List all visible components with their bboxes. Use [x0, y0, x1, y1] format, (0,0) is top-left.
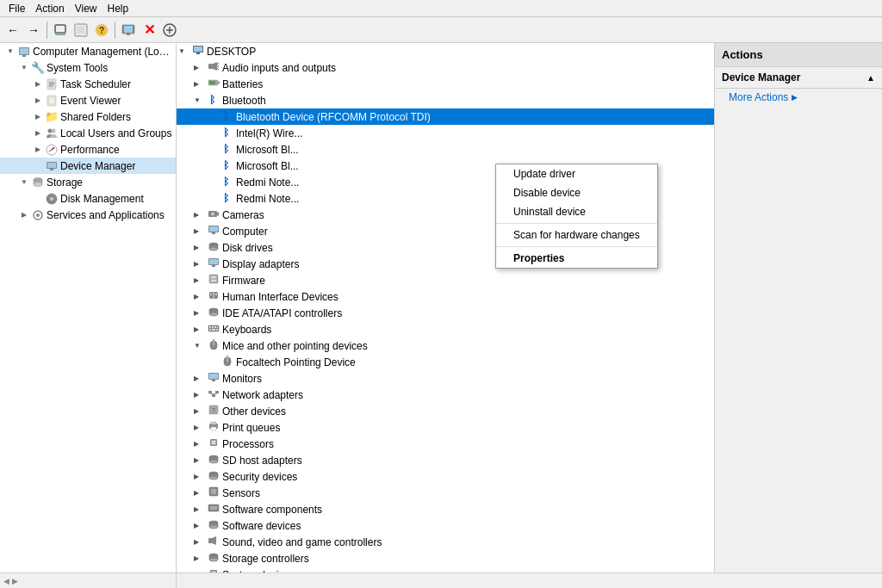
dm-disp-expander: ▶ [194, 260, 208, 268]
menu-file[interactable]: File [3, 2, 30, 15]
actions-more[interactable]: More Actions ▶ [715, 89, 882, 106]
svg-rect-101 [211, 422, 216, 424]
svg-rect-83 [216, 329, 218, 331]
dm-system[interactable]: ▶ System devices [177, 566, 714, 573]
toolbar-delete[interactable]: ✕ [140, 21, 158, 40]
dm-hid-expander: ▶ [194, 293, 208, 300]
toolbar-forward[interactable]: → [24, 21, 43, 40]
dm-security[interactable]: ▶ Security devices [177, 468, 714, 485]
dm-processors[interactable]: ▶ Processors [177, 436, 714, 452]
dm-ide[interactable]: ▶ IDE ATA/ATAPI controllers [177, 305, 714, 321]
svg-rect-28 [50, 169, 53, 170]
toolbar-up[interactable] [51, 21, 70, 40]
dm-audio[interactable]: ▶ Audio inputs and outputs [177, 59, 714, 76]
event-icon [45, 94, 59, 108]
svg-marker-120 [212, 536, 216, 545]
dm-sw-dev[interactable]: ▶ Software devices [177, 517, 714, 534]
dm-sd[interactable]: ▶ SD host adapters [177, 452, 714, 468]
toolbar-back[interactable]: ← [3, 21, 22, 40]
dm-root-expander: ▼ [178, 47, 192, 55]
sys-tools-icon: 🔧 [31, 61, 45, 75]
dm-bluetooth[interactable]: ▼ ᛒ Bluetooth [177, 92, 714, 108]
dm-keyboards[interactable]: ▶ Keyboards [177, 321, 714, 337]
dm-sw-comp[interactable]: ▶ Software components [177, 501, 714, 517]
svg-point-75 [209, 313, 218, 316]
actions-section-devmgr[interactable]: Device Manager ▲ [715, 67, 882, 89]
svg-rect-0 [55, 25, 65, 33]
tree-performance[interactable]: ▶ Performance [0, 141, 176, 158]
dm-ide-icon [208, 306, 220, 320]
dm-root-label: DESKTOP [207, 46, 256, 58]
toolbar-show-hide[interactable] [71, 21, 90, 40]
tree-root[interactable]: ▼ Computer Management (Local) [0, 43, 176, 59]
dm-kb-expander: ▶ [194, 325, 208, 333]
sys-tools-expander: ▼ [17, 61, 31, 75]
center-panel: ▼ DESKTOP ▶ Audio inputs and outputs ▶ B… [177, 43, 714, 573]
dm-swc-icon [208, 502, 220, 517]
tree-local-users[interactable]: ▶ Local Users and Groups [0, 125, 176, 141]
perf-label: Performance [60, 144, 120, 156]
dm-hid[interactable]: ▶ Human Interface Devices [177, 288, 714, 305]
svg-point-31 [34, 182, 42, 186]
ctx-uninstall-device[interactable]: Uninstall device [496, 202, 657, 221]
dm-bt-dev4-label: Microsoft Bl... [236, 160, 299, 172]
dm-focaltech[interactable]: Focaltech Pointing Device [177, 354, 714, 370]
dm-bt-dev1[interactable]: ᛒ Bluetooth Device (RFCOMM Protocol TDI) [177, 108, 714, 125]
toolbar-add[interactable] [160, 21, 179, 40]
tree-storage[interactable]: ▼ Storage [0, 174, 176, 190]
menu-action[interactable]: Action [30, 2, 69, 15]
dm-disk-expander: ▶ [194, 244, 208, 251]
dm-sensors[interactable]: ▶ Sensors [177, 485, 714, 501]
dm-storage-ctrl[interactable]: ▶ Storage controllers [177, 550, 714, 566]
svg-line-96 [210, 393, 214, 394]
bottom-scroll-arrows[interactable]: ◀ ▶ [3, 577, 18, 585]
tree-services[interactable]: ▶ Services and Applications [0, 207, 176, 223]
ctx-properties[interactable]: Properties [496, 249, 657, 268]
menu-help[interactable]: Help [102, 2, 134, 15]
tree-system-tools[interactable]: ▼ 🔧 System Tools [0, 59, 176, 76]
dm-other[interactable]: ▶ ? Other devices [177, 403, 714, 419]
dm-swd-label: Software devices [222, 520, 301, 532]
svg-text:ᛒ: ᛒ [209, 94, 215, 105]
dm-bt-dev3[interactable]: ᛒ Microsoft Bl... [177, 141, 714, 158]
storage-label: Storage [47, 176, 83, 189]
dm-sound[interactable]: ▶ Sound, video and game controllers [177, 534, 714, 550]
svg-rect-14 [22, 55, 26, 57]
toolbar-sep2 [115, 22, 115, 39]
dm-cam-expander: ▶ [194, 211, 208, 219]
ctx-disable-device[interactable]: Disable device [496, 183, 657, 202]
ctx-scan-hardware[interactable]: Scan for hardware changes [496, 226, 657, 244]
dm-audio-expander: ▶ [194, 64, 208, 71]
dm-bt-dev5-icon: ᛒ [221, 175, 233, 189]
dm-bt-expander: ▼ [194, 96, 208, 104]
toolbar-help[interactable]: ? [92, 21, 111, 40]
menu-view[interactable]: View [70, 2, 102, 15]
svg-text:?: ? [212, 406, 216, 414]
tree-event-viewer[interactable]: ▶ Event Viewer [0, 92, 176, 108]
dm-other-expander: ▶ [194, 407, 208, 415]
ctx-sep1 [496, 223, 657, 224]
tree-device-manager[interactable]: Device Manager [0, 158, 176, 174]
dm-print-label: Print queues [222, 422, 280, 434]
tree-shared-folders[interactable]: ▶ 📁 Shared Folders [0, 108, 176, 125]
dm-root[interactable]: ▼ DESKTOP [177, 43, 714, 59]
tree-disk-mgmt[interactable]: Disk Management [0, 190, 176, 207]
dm-monitors[interactable]: ▶ Monitors [177, 370, 714, 387]
ctx-sep2 [496, 246, 657, 247]
dm-mice[interactable]: ▼ Mice and other pointing devices [177, 337, 714, 354]
users-label: Local Users and Groups [60, 127, 171, 139]
dm-bt-dev2[interactable]: ᛒ Intel(R) Wire... [177, 125, 714, 141]
dm-network[interactable]: ▶ Network adapters [177, 387, 714, 403]
dm-fw-expander: ▶ [194, 276, 208, 284]
ctx-update-driver[interactable]: Update driver [496, 164, 657, 183]
tree-task-scheduler[interactable]: ▶ Task Scheduler [0, 76, 176, 92]
dm-sound-expander: ▶ [194, 538, 208, 546]
dm-firmware[interactable]: ▶ Firmware [177, 272, 714, 288]
dm-bt-icon: ᛒ [208, 93, 220, 108]
dm-sens-label: Sensors [222, 487, 260, 499]
dm-comp-icon [208, 224, 220, 238]
dm-batteries[interactable]: ▶ Batteries [177, 76, 714, 92]
toolbar-monitor[interactable] [119, 21, 138, 40]
dm-print[interactable]: ▶ Print queues [177, 419, 714, 436]
dm-focal-label: Focaltech Pointing Device [236, 356, 356, 368]
